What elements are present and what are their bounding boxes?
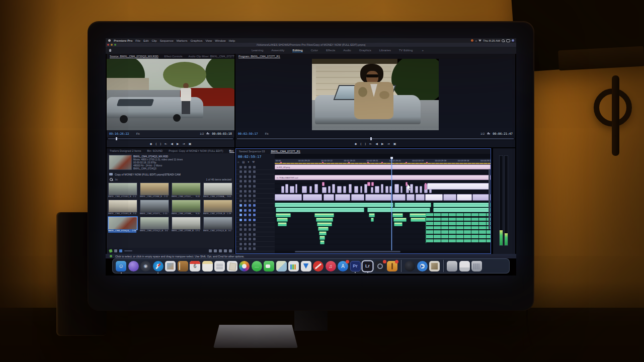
program-transport-button[interactable]: } — [365, 141, 366, 147]
track-toggle-icon[interactable] — [239, 190, 242, 193]
clip-thumbnail-image[interactable] — [172, 217, 201, 230]
dock-icon-garageband[interactable] — [387, 261, 397, 272]
zoom-slider[interactable] — [124, 250, 132, 251]
source-transport-button[interactable]: { — [155, 141, 156, 147]
track-toggle-icon[interactable] — [239, 247, 242, 250]
timeline-clip[interactable] — [309, 186, 312, 193]
tab-program-bmxl-cm4-0727t-r1[interactable]: Program: BMXL_CM4_0727T_R1 — [238, 55, 280, 58]
timeline-clip[interactable] — [420, 186, 422, 193]
track-toggle-icon[interactable] — [253, 200, 256, 202]
clip-thumbnail-image[interactable] — [172, 200, 201, 213]
program-resolution-select[interactable]: 1/2 — [480, 132, 485, 135]
timeline-clip[interactable] — [367, 208, 430, 212]
audio-track-header[interactable] — [236, 247, 275, 252]
timeline-clip[interactable] — [371, 182, 374, 186]
track-toggle-icon[interactable] — [239, 166, 242, 168]
track-toggle-icon[interactable] — [253, 214, 256, 216]
track-toggle-icon[interactable] — [239, 214, 242, 216]
track-toggle-icon[interactable] — [249, 190, 251, 193]
timeline-clip[interactable] — [427, 183, 490, 190]
audio-track-header[interactable] — [236, 242, 275, 247]
dock-icon-messages[interactable]: … — [252, 261, 262, 272]
clip-thumbnail-image[interactable] — [140, 183, 169, 196]
source-transport-button[interactable]: ⇥ — [183, 141, 185, 147]
dock-icon-finder[interactable]: ☺ — [116, 261, 126, 272]
timeline-tool-icon[interactable]: ⚒ — [252, 160, 255, 163]
tab-project-copy-of-money-now-full-edit[interactable]: Project: Copy of MONEY NOW (FULL EDIT) — [169, 149, 223, 152]
menu-markers[interactable]: Markers — [177, 39, 188, 42]
workspace-tab-libraries[interactable]: Libraries — [379, 49, 391, 52]
timeline-clip[interactable] — [319, 231, 327, 235]
clip-thumbnail-item[interactable]: BMXL_CM2_0720Q3_B...3:23 — [203, 217, 233, 233]
source-transport-button[interactable]: ▣ — [189, 141, 192, 147]
timeline-clip[interactable] — [277, 218, 287, 222]
track-toggle-icon[interactable] — [253, 180, 256, 183]
workspace-tab-audio[interactable]: Audio — [343, 49, 351, 52]
track-toggle-icon[interactable] — [239, 224, 242, 226]
workspace-tab-color[interactable]: Color — [311, 49, 318, 52]
clip-thumbnail-item[interactable]: BMXL_CM4_0720T1_...1:11:21 — [140, 200, 170, 216]
menu-view[interactable]: View — [205, 39, 212, 42]
timeline-clip[interactable] — [278, 222, 286, 226]
clip-thumbnail-item[interactable]: BMXL_CM4_0726M_B...2:22 — [140, 183, 170, 199]
timeline-tool-icon[interactable]: ⌂ — [237, 160, 239, 163]
dock-icon-app-store[interactable]: A — [338, 261, 348, 272]
timeline-clip[interactable] — [426, 213, 491, 243]
dock-icon-music[interactable]: ♫ — [326, 261, 336, 272]
timeline-clip[interactable] — [275, 194, 302, 201]
clip-thumbnail-image[interactable] — [108, 183, 137, 196]
menu-sequence[interactable]: Sequence — [160, 39, 174, 42]
video-track-header[interactable] — [236, 179, 275, 185]
timeline-clip[interactable] — [392, 194, 406, 201]
clip-thumbnail-item[interactable]: BMXL_CM1_0726M_B...57:02 — [172, 217, 202, 233]
menu-file[interactable]: File — [135, 39, 140, 42]
timeline-clip[interactable] — [360, 186, 362, 193]
menu-clip[interactable]: Clip — [151, 39, 156, 42]
track-toggle-icon[interactable] — [249, 233, 251, 236]
audio-track-header[interactable] — [236, 232, 275, 237]
timeline-clip[interactable] — [367, 182, 370, 186]
track-toggle-icon[interactable] — [253, 238, 256, 240]
timeline-clip[interactable] — [394, 222, 403, 226]
timeline-tool-icon[interactable]: ▤ — [242, 160, 245, 163]
playhead-line[interactable] — [391, 159, 392, 250]
track-toggle-icon[interactable] — [253, 219, 256, 221]
track-toggle-icon[interactable] — [253, 228, 256, 231]
clip-thumbnail-item[interactable]: BMXL_CM2_0720S_B...1:29:04 — [203, 200, 233, 216]
timeline-clip[interactable] — [406, 182, 408, 186]
timeline-clip[interactable] — [295, 184, 297, 193]
timeline-clip[interactable] — [457, 194, 472, 201]
track-toggle-icon[interactable] — [244, 247, 247, 250]
timeline-clip[interactable]: fx HX_44.png — [275, 164, 491, 169]
tab-bin-steadi-cam[interactable]: Bin: STEADI CAM — [229, 149, 234, 153]
clip-thumbnail-image[interactable] — [108, 217, 137, 230]
dock-icon-numbers[interactable] — [288, 261, 299, 272]
workspace-tab-effects[interactable]: Effects — [326, 49, 335, 52]
audio-track-header[interactable] — [236, 227, 275, 232]
clip-thumbnail-image[interactable] — [203, 200, 232, 213]
track-toggle-icon[interactable] — [244, 238, 247, 240]
track-toggle-icon[interactable] — [239, 200, 242, 202]
dock-icon-photos[interactable] — [239, 261, 250, 272]
menu-extra-icon[interactable] — [471, 39, 473, 42]
dock-icon-mail[interactable] — [165, 261, 176, 272]
timeline-clip[interactable] — [285, 184, 288, 193]
source-transport-button[interactable]: ⇤ — [165, 141, 167, 147]
video-track-header[interactable] — [236, 189, 275, 194]
clip-thumbnail-image[interactable] — [203, 217, 232, 230]
track-toggle-icon[interactable] — [239, 233, 242, 236]
timeline-clip[interactable] — [443, 194, 457, 201]
tab-audio-clip-mixer-bmxl-cm4-0727t-r1[interactable]: Audio Clip Mixer: BMXL_CM4_0727T_R1 — [189, 55, 234, 58]
workspace-tab-editing[interactable]: Editing — [292, 49, 302, 52]
dock-icon-lightroom[interactable]: Lr — [362, 261, 373, 272]
timeline-clip[interactable] — [276, 208, 364, 212]
source-fit-select[interactable]: Fit — [136, 132, 140, 135]
program-video-frame[interactable] — [312, 59, 439, 130]
dock-icon-contacts[interactable] — [178, 261, 188, 272]
source-video-frame[interactable] — [107, 59, 234, 130]
track-toggle-icon[interactable] — [239, 228, 242, 231]
program-fit-select[interactable]: Fit — [265, 132, 269, 135]
track-toggle-icon[interactable] — [249, 228, 251, 231]
track-toggle-icon[interactable] — [249, 243, 251, 245]
clip-thumbnail-item[interactable]: BMXL_CM4_0720S3_B...1:14 — [108, 183, 138, 199]
